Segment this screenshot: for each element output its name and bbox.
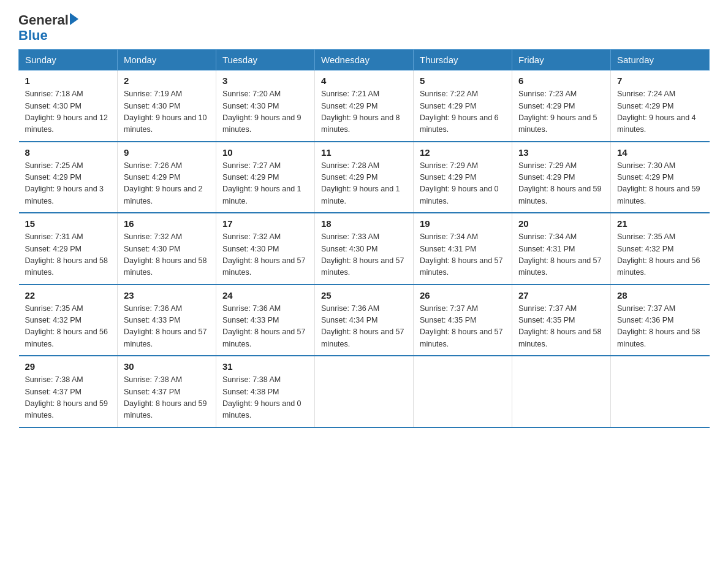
calendar-cell: 13 Sunrise: 7:29 AMSunset: 4:29 PMDaylig… — [512, 142, 611, 213]
day-info: Sunrise: 7:32 AMSunset: 4:30 PMDaylight:… — [124, 231, 210, 279]
day-number: 10 — [222, 147, 308, 158]
day-info: Sunrise: 7:37 AMSunset: 4:35 PMDaylight:… — [420, 303, 506, 351]
calendar-cell — [512, 356, 611, 427]
calendar-cell: 24 Sunrise: 7:36 AMSunset: 4:33 PMDaylig… — [216, 285, 315, 356]
calendar-cell: 29 Sunrise: 7:38 AMSunset: 4:37 PMDaylig… — [19, 356, 118, 427]
calendar-cell: 8 Sunrise: 7:25 AMSunset: 4:29 PMDayligh… — [19, 142, 118, 213]
day-number: 8 — [25, 147, 112, 158]
day-info: Sunrise: 7:25 AMSunset: 4:29 PMDaylight:… — [25, 160, 112, 208]
day-number: 2 — [124, 75, 210, 86]
day-number: 31 — [222, 361, 308, 372]
calendar-cell: 18 Sunrise: 7:33 AMSunset: 4:30 PMDaylig… — [315, 213, 414, 285]
day-number: 13 — [518, 147, 604, 158]
day-number: 20 — [518, 218, 604, 229]
calendar-cell: 20 Sunrise: 7:34 AMSunset: 4:31 PMDaylig… — [512, 213, 611, 285]
day-number: 19 — [420, 218, 506, 229]
day-info: Sunrise: 7:23 AMSunset: 4:29 PMDaylight:… — [518, 88, 604, 136]
calendar-cell: 22 Sunrise: 7:35 AMSunset: 4:32 PMDaylig… — [19, 285, 118, 356]
day-number: 23 — [124, 290, 210, 301]
day-info: Sunrise: 7:26 AMSunset: 4:29 PMDaylight:… — [124, 160, 210, 208]
day-info: Sunrise: 7:37 AMSunset: 4:36 PMDaylight:… — [617, 303, 703, 351]
calendar-cell: 23 Sunrise: 7:36 AMSunset: 4:33 PMDaylig… — [118, 285, 216, 356]
calendar-body: 1 Sunrise: 7:18 AMSunset: 4:30 PMDayligh… — [19, 71, 710, 427]
day-number: 25 — [321, 290, 407, 301]
day-number: 15 — [25, 218, 112, 229]
day-number: 27 — [518, 290, 604, 301]
logo-blue-text: Blue — [18, 28, 78, 43]
day-info: Sunrise: 7:35 AMSunset: 4:32 PMDaylight:… — [617, 231, 703, 279]
calendar-week-3: 15 Sunrise: 7:31 AMSunset: 4:29 PMDaylig… — [19, 213, 710, 285]
calendar-week-4: 22 Sunrise: 7:35 AMSunset: 4:32 PMDaylig… — [19, 285, 710, 356]
day-info: Sunrise: 7:29 AMSunset: 4:29 PMDaylight:… — [518, 160, 604, 208]
calendar-cell — [611, 356, 710, 427]
calendar-week-5: 29 Sunrise: 7:38 AMSunset: 4:37 PMDaylig… — [19, 356, 710, 427]
logo-general: General — [18, 12, 69, 28]
calendar-cell: 17 Sunrise: 7:32 AMSunset: 4:30 PMDaylig… — [216, 213, 315, 285]
day-number: 26 — [420, 290, 506, 301]
day-info: Sunrise: 7:36 AMSunset: 4:34 PMDaylight:… — [321, 303, 407, 351]
calendar-week-2: 8 Sunrise: 7:25 AMSunset: 4:29 PMDayligh… — [19, 142, 710, 213]
calendar-cell: 6 Sunrise: 7:23 AMSunset: 4:29 PMDayligh… — [512, 71, 611, 142]
day-number: 1 — [25, 75, 112, 86]
day-info: Sunrise: 7:38 AMSunset: 4:38 PMDaylight:… — [222, 374, 308, 422]
day-info: Sunrise: 7:37 AMSunset: 4:35 PMDaylight:… — [518, 303, 604, 351]
calendar-cell: 26 Sunrise: 7:37 AMSunset: 4:35 PMDaylig… — [414, 285, 512, 356]
weekday-header-wednesday: Wednesday — [315, 50, 414, 71]
day-number: 29 — [25, 361, 112, 372]
day-info: Sunrise: 7:18 AMSunset: 4:30 PMDaylight:… — [25, 88, 112, 136]
day-number: 12 — [420, 147, 506, 158]
calendar-week-1: 1 Sunrise: 7:18 AMSunset: 4:30 PMDayligh… — [19, 71, 710, 142]
day-info: Sunrise: 7:36 AMSunset: 4:33 PMDaylight:… — [124, 303, 210, 351]
day-info: Sunrise: 7:32 AMSunset: 4:30 PMDaylight:… — [222, 231, 308, 279]
day-info: Sunrise: 7:35 AMSunset: 4:32 PMDaylight:… — [25, 303, 112, 351]
calendar-cell: 15 Sunrise: 7:31 AMSunset: 4:29 PMDaylig… — [19, 213, 118, 285]
calendar-cell: 11 Sunrise: 7:28 AMSunset: 4:29 PMDaylig… — [315, 142, 414, 213]
day-number: 18 — [321, 218, 407, 229]
calendar-cell: 21 Sunrise: 7:35 AMSunset: 4:32 PMDaylig… — [611, 213, 710, 285]
calendar-cell — [414, 356, 512, 427]
day-number: 24 — [222, 290, 308, 301]
day-info: Sunrise: 7:20 AMSunset: 4:30 PMDaylight:… — [222, 88, 308, 136]
day-number: 22 — [25, 290, 112, 301]
calendar-cell — [315, 356, 414, 427]
calendar-cell: 4 Sunrise: 7:21 AMSunset: 4:29 PMDayligh… — [315, 71, 414, 142]
day-info: Sunrise: 7:27 AMSunset: 4:29 PMDaylight:… — [222, 160, 308, 208]
day-info: Sunrise: 7:21 AMSunset: 4:29 PMDaylight:… — [321, 88, 407, 136]
day-info: Sunrise: 7:36 AMSunset: 4:33 PMDaylight:… — [222, 303, 308, 351]
calendar-cell: 3 Sunrise: 7:20 AMSunset: 4:30 PMDayligh… — [216, 71, 315, 142]
day-number: 4 — [321, 75, 407, 86]
day-number: 28 — [617, 290, 703, 301]
calendar-table: SundayMondayTuesdayWednesdayThursdayFrid… — [18, 49, 710, 428]
page-header: General Blue — [18, 12, 710, 43]
calendar-cell: 5 Sunrise: 7:22 AMSunset: 4:29 PMDayligh… — [414, 71, 512, 142]
calendar-cell: 16 Sunrise: 7:32 AMSunset: 4:30 PMDaylig… — [118, 213, 216, 285]
day-number: 30 — [124, 361, 210, 372]
day-info: Sunrise: 7:34 AMSunset: 4:31 PMDaylight:… — [518, 231, 604, 279]
calendar-cell: 25 Sunrise: 7:36 AMSunset: 4:34 PMDaylig… — [315, 285, 414, 356]
day-info: Sunrise: 7:38 AMSunset: 4:37 PMDaylight:… — [25, 374, 112, 422]
weekday-header-thursday: Thursday — [414, 50, 512, 71]
day-number: 9 — [124, 147, 210, 158]
day-info: Sunrise: 7:29 AMSunset: 4:29 PMDaylight:… — [420, 160, 506, 208]
day-number: 7 — [617, 75, 703, 86]
day-info: Sunrise: 7:22 AMSunset: 4:29 PMDaylight:… — [420, 88, 506, 136]
day-info: Sunrise: 7:19 AMSunset: 4:30 PMDaylight:… — [124, 88, 210, 136]
day-info: Sunrise: 7:33 AMSunset: 4:30 PMDaylight:… — [321, 231, 407, 279]
day-number: 5 — [420, 75, 506, 86]
day-info: Sunrise: 7:24 AMSunset: 4:29 PMDaylight:… — [617, 88, 703, 136]
day-number: 6 — [518, 75, 604, 86]
weekday-row: SundayMondayTuesdayWednesdayThursdayFrid… — [19, 50, 710, 71]
calendar-cell: 28 Sunrise: 7:37 AMSunset: 4:36 PMDaylig… — [611, 285, 710, 356]
calendar-cell: 2 Sunrise: 7:19 AMSunset: 4:30 PMDayligh… — [118, 71, 216, 142]
day-number: 14 — [617, 147, 703, 158]
day-info: Sunrise: 7:34 AMSunset: 4:31 PMDaylight:… — [420, 231, 506, 279]
day-number: 16 — [124, 218, 210, 229]
day-info: Sunrise: 7:28 AMSunset: 4:29 PMDaylight:… — [321, 160, 407, 208]
calendar-cell: 9 Sunrise: 7:26 AMSunset: 4:29 PMDayligh… — [118, 142, 216, 213]
weekday-header-sunday: Sunday — [19, 50, 118, 71]
calendar-header: SundayMondayTuesdayWednesdayThursdayFrid… — [19, 50, 710, 71]
calendar-cell: 14 Sunrise: 7:30 AMSunset: 4:29 PMDaylig… — [611, 142, 710, 213]
day-number: 11 — [321, 147, 407, 158]
weekday-header-tuesday: Tuesday — [216, 50, 315, 71]
day-number: 3 — [222, 75, 308, 86]
